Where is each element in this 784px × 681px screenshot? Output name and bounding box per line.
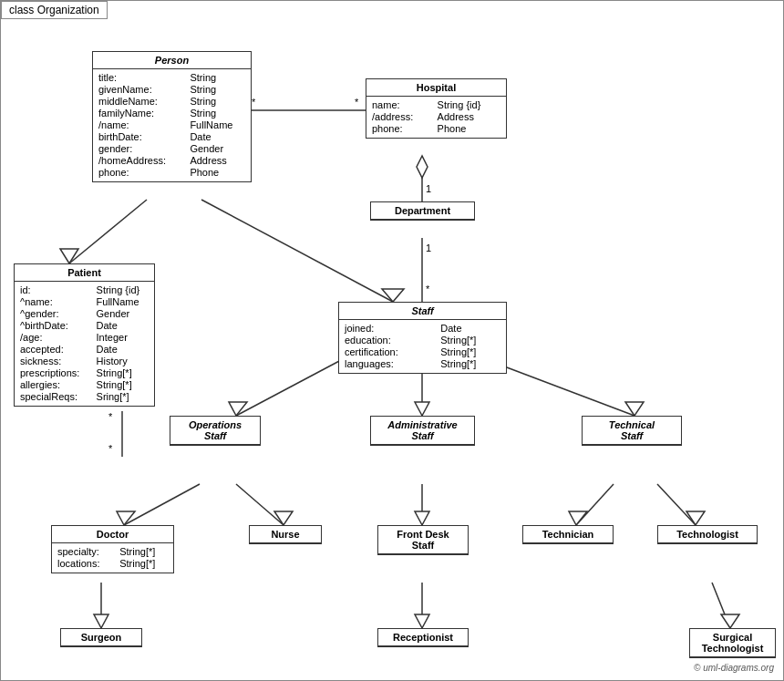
- svg-marker-18: [229, 402, 247, 416]
- svg-line-23: [124, 484, 200, 525]
- class-doctor-header: Doctor: [52, 526, 173, 543]
- svg-marker-20: [415, 402, 429, 416]
- svg-text:*: *: [108, 443, 113, 454]
- class-administrative-staff: Administrative Staff: [370, 416, 475, 446]
- class-department: Department: [370, 201, 475, 221]
- class-surgical-technologist-header: Surgical Technologist: [690, 629, 775, 657]
- class-nurse: Nurse: [249, 525, 322, 544]
- class-technical-staff-header: Technical Staff: [583, 417, 681, 445]
- class-surgical-technologist: Surgical Technologist: [689, 628, 776, 658]
- class-receptionist-header: Receptionist: [378, 629, 468, 646]
- class-patient: Patient id:String {id} ^name:FullName ^g…: [14, 263, 155, 407]
- svg-line-25: [236, 484, 284, 525]
- class-doctor-body: specialty:String[*] locations:String[*]: [52, 543, 173, 573]
- svg-marker-34: [94, 614, 108, 628]
- svg-marker-26: [274, 511, 293, 525]
- class-technologist-header: Technologist: [658, 526, 757, 543]
- class-person: Person title:String givenName:String mid…: [92, 51, 252, 182]
- svg-line-10: [69, 200, 147, 263]
- svg-text:1: 1: [426, 183, 431, 194]
- svg-line-31: [657, 484, 696, 525]
- class-staff-body: joined:Date education:String[*] certific…: [339, 320, 506, 373]
- class-staff: Staff joined:Date education:String[*] ce…: [338, 302, 507, 374]
- class-person-header: Person: [93, 52, 251, 69]
- svg-marker-32: [686, 511, 705, 525]
- svg-marker-24: [117, 511, 135, 525]
- svg-line-37: [712, 583, 730, 628]
- svg-marker-4: [417, 156, 428, 178]
- class-administrative-staff-header: Administrative Staff: [371, 417, 474, 445]
- class-front-desk-staff: Front Desk Staff: [377, 525, 469, 555]
- svg-marker-13: [382, 289, 404, 302]
- class-staff-header: Staff: [339, 303, 506, 320]
- class-technician: Technician: [522, 525, 614, 544]
- class-department-header: Department: [371, 202, 474, 220]
- class-hospital-body: name:String {id} /address:Address phone:…: [366, 97, 506, 138]
- class-patient-header: Patient: [15, 264, 154, 282]
- svg-marker-11: [60, 249, 78, 263]
- svg-marker-38: [721, 614, 739, 628]
- class-doctor: Doctor specialty:String[*] locations:Str…: [51, 525, 174, 573]
- svg-marker-36: [415, 614, 429, 628]
- svg-text:*: *: [426, 284, 430, 294]
- class-operations-staff: Operations Staff: [170, 416, 261, 446]
- class-patient-body: id:String {id} ^name:FullName ^gender:Ge…: [15, 282, 154, 406]
- diagram-title: class Organization: [1, 1, 108, 19]
- class-receptionist: Receptionist: [377, 628, 469, 647]
- svg-line-12: [201, 200, 393, 302]
- svg-marker-30: [569, 511, 587, 525]
- class-front-desk-staff-header: Front Desk Staff: [378, 526, 468, 554]
- class-surgeon-header: Surgeon: [61, 629, 141, 646]
- class-technical-staff: Technical Staff: [582, 416, 682, 446]
- svg-marker-28: [415, 511, 429, 525]
- svg-marker-22: [625, 402, 644, 416]
- class-person-body: title:String givenName:String middleName…: [93, 69, 251, 181]
- svg-text:*: *: [108, 411, 113, 422]
- class-hospital: Hospital name:String {id} /address:Addre…: [366, 78, 507, 139]
- class-surgeon: Surgeon: [60, 628, 142, 647]
- svg-text:*: *: [355, 97, 359, 108]
- watermark: © uml-diagrams.org: [694, 663, 774, 673]
- class-nurse-header: Nurse: [250, 526, 321, 543]
- svg-text:*: *: [252, 97, 256, 108]
- class-technician-header: Technician: [523, 526, 613, 543]
- class-technologist: Technologist: [657, 525, 758, 544]
- svg-line-29: [576, 484, 614, 525]
- diagram-container: class Organization * * 1 * 1 * * *: [0, 0, 784, 681]
- svg-text:1: 1: [426, 242, 431, 253]
- class-operations-staff-header: Operations Staff: [170, 417, 260, 445]
- class-hospital-header: Hospital: [366, 79, 506, 97]
